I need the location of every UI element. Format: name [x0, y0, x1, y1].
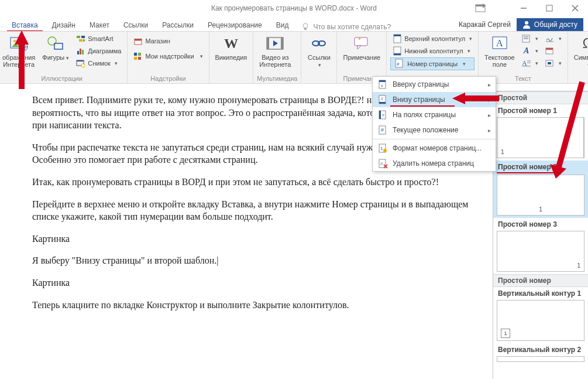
symbols-button[interactable]: Ω Символы▾ — [572, 33, 588, 70]
dd-top-of-page[interactable]: # Вверху страницы▸ — [373, 77, 496, 92]
gallery-item-vertical-1[interactable]: Вертикальный контур 1 1 — [493, 287, 588, 343]
comment-icon: ✦ — [352, 34, 371, 53]
links-button[interactable]: Ссылки▾ — [305, 33, 333, 70]
ribbon-display-options-icon[interactable] — [467, 0, 493, 16]
svg-rect-64 — [379, 111, 381, 119]
annotation-arrow-diag — [550, 82, 588, 182]
annotation-arrow-left — [452, 93, 499, 108]
tab-references[interactable]: Ссылки — [116, 19, 155, 31]
svg-rect-40 — [394, 53, 401, 55]
share-button[interactable]: Общий досту — [517, 18, 583, 31]
window-title: Как пронумеровать страницы в WORD.docx -… — [211, 4, 377, 12]
dd-current-position[interactable]: # Текущее положение▸ — [373, 122, 496, 138]
date-time-button[interactable] — [543, 45, 564, 57]
page-number-button[interactable]: # Номер страницы▾ — [390, 57, 474, 70]
svg-text:#: # — [381, 97, 383, 101]
gallery-preview: 1 — [497, 231, 584, 272]
addins-button[interactable]: Мои надстройки▾ — [131, 50, 205, 62]
tab-design[interactable]: Дизайн — [45, 19, 82, 31]
header-button[interactable]: Верхний колонтитул▾ — [390, 33, 474, 45]
smartart-button[interactable]: SmartArt — [74, 33, 123, 45]
svg-rect-56 — [548, 62, 551, 64]
svg-text:#: # — [381, 84, 383, 88]
online-video-button[interactable]: Видео из Интернета — [257, 33, 293, 69]
signature-line-button[interactable]: ▾ — [543, 33, 564, 45]
shapes-button[interactable]: Фигуры▾ — [40, 33, 71, 63]
svg-text:#: # — [380, 161, 383, 166]
wordart-icon: A — [522, 46, 531, 56]
svg-text:A: A — [496, 38, 503, 48]
gallery-item-plain-3[interactable]: Простой номер 3 1 — [493, 218, 588, 274]
drop-cap-button[interactable]: A▾ — [520, 57, 541, 69]
page-bottom-icon: # — [377, 94, 388, 105]
svg-point-14 — [48, 37, 56, 45]
store-button[interactable]: Магазин — [131, 35, 205, 47]
wikipedia-button[interactable]: W Википедия — [213, 33, 250, 62]
svg-text:✦: ✦ — [357, 36, 362, 42]
svg-point-6 — [303, 23, 308, 28]
tab-layout[interactable]: Макет — [82, 19, 116, 31]
wordart-button[interactable]: A▾ — [520, 45, 541, 57]
tab-review[interactable]: Рецензирование — [201, 19, 269, 31]
svg-point-8 — [525, 21, 528, 25]
text-box-button[interactable]: A Текстовое поле — [482, 33, 517, 69]
svg-rect-19 — [77, 51, 79, 54]
dd-format-page-numbers[interactable]: 1 Формат номеров страниц... — [373, 141, 496, 156]
svg-rect-61 — [379, 102, 386, 104]
screenshot-button[interactable]: Снимок▾ — [74, 57, 123, 69]
svg-rect-27 — [138, 53, 141, 56]
maximize-icon[interactable] — [537, 0, 562, 16]
svg-rect-7 — [304, 28, 307, 30]
svg-rect-18 — [79, 39, 82, 42]
group-addins: Надстройки — [131, 74, 205, 83]
svg-rect-15 — [54, 43, 63, 49]
quick-parts-icon — [522, 34, 531, 43]
svg-rect-28 — [134, 57, 137, 60]
annotation-arrow-up — [15, 30, 38, 89]
minimize-icon[interactable] — [511, 0, 537, 16]
footer-button[interactable]: Нижний колонтитул▾ — [390, 45, 474, 57]
paragraph: Итак, как пронумеровать страницы в ВОРД … — [32, 176, 489, 189]
user-name[interactable]: Каракай Сергей — [459, 21, 511, 29]
svg-rect-31 — [267, 37, 269, 49]
screenshot-icon — [76, 59, 85, 68]
store-icon — [133, 36, 143, 46]
svg-rect-23 — [77, 60, 84, 62]
svg-rect-58 — [379, 80, 386, 82]
page-margins-icon: # — [377, 110, 388, 120]
svg-rect-20 — [80, 49, 81, 54]
svg-rect-3 — [546, 5, 552, 11]
paragraph: Картинка — [32, 276, 489, 289]
page-top-icon: # — [377, 79, 388, 90]
svg-rect-29 — [138, 57, 141, 60]
dd-page-margins[interactable]: # На полях страницы▸ — [373, 107, 496, 122]
tab-view[interactable]: Вид — [269, 19, 296, 31]
svg-rect-26 — [134, 53, 137, 56]
object-button[interactable]: ▾ — [543, 57, 564, 69]
format-numbers-icon: 1 — [377, 143, 388, 153]
gallery-header-simple-number: Простой номер — [493, 274, 588, 287]
drop-cap-icon: A — [522, 59, 531, 68]
dd-remove-page-numbers[interactable]: # Удалить номера страниц — [373, 156, 496, 171]
chart-button[interactable]: Диаграмма — [74, 45, 123, 57]
quick-parts-button[interactable]: ▾ — [520, 33, 541, 45]
tab-insert[interactable]: Вставка — [5, 19, 45, 31]
ribbon-tabs: Вставка Дизайн Макет Ссылки Рассылки Рец… — [0, 17, 588, 31]
object-icon — [545, 59, 555, 68]
comment-button[interactable]: ✦ Примечание — [341, 33, 383, 62]
tell-me-search[interactable]: Что вы хотите сделать? — [301, 23, 391, 31]
svg-rect-21 — [82, 50, 84, 54]
svg-rect-17 — [81, 36, 85, 38]
svg-text:#: # — [397, 62, 400, 67]
svg-rect-25 — [135, 40, 142, 45]
symbols-icon: Ω — [579, 34, 588, 53]
chart-icon — [76, 46, 85, 56]
tab-mailings[interactable]: Рассылки — [155, 19, 201, 31]
paragraph: Теперь клацните по вкладке Конструктор и… — [32, 299, 489, 312]
gallery-item-vertical-2[interactable]: Вертикальный контур 2 — [493, 343, 588, 364]
shapes-icon — [46, 34, 65, 53]
addins-icon — [133, 52, 143, 61]
close-icon[interactable] — [562, 0, 588, 16]
paragraph: Я выберу "Внизу страницы" и второй шабло… — [32, 254, 489, 267]
remove-numbers-icon: # — [377, 158, 388, 169]
